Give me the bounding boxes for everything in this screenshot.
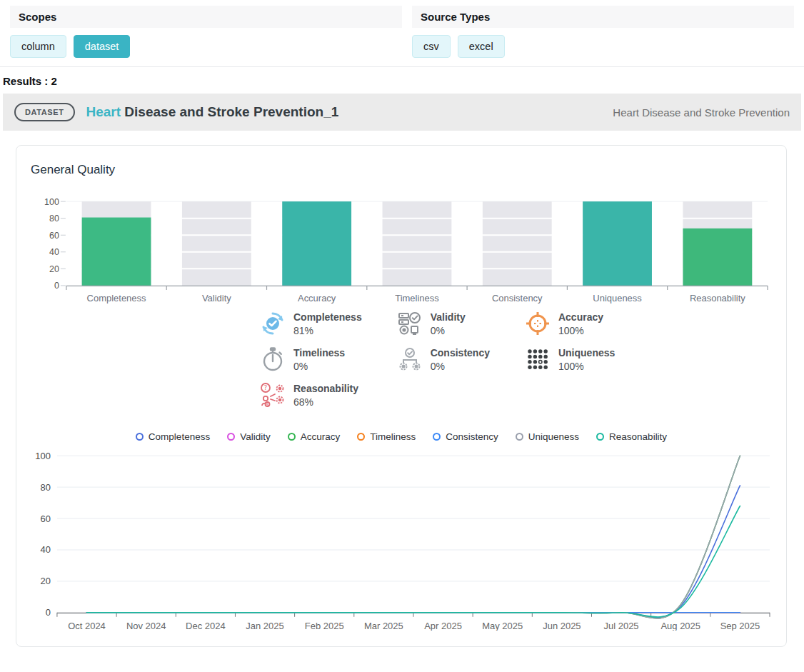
divider [0, 66, 804, 67]
line-legend-marker [288, 433, 296, 441]
line-legend-label: Consistency [446, 431, 498, 442]
svg-text:Nov 2024: Nov 2024 [126, 621, 166, 631]
svg-text:Validity: Validity [202, 293, 231, 304]
line-legend-label: Timeliness [370, 431, 416, 442]
line-legend-item[interactable]: Timeliness [357, 431, 416, 442]
line-legend: Completeness Validity Accuracy Timelines… [31, 431, 772, 442]
result-subtitle: Heart Disease and Stroke Prevention [613, 106, 790, 119]
completeness-icon [259, 310, 286, 337]
svg-text:20: 20 [49, 264, 59, 274]
svg-text:100: 100 [44, 197, 59, 207]
filter-bar: Scopes column dataset Source Types csv e… [0, 0, 804, 58]
quality-legend-item: Accuracy 100% [524, 310, 615, 337]
svg-text:May 2025: May 2025 [482, 621, 523, 631]
line-legend-item[interactable]: Uniqueness [516, 431, 579, 442]
scopes-section: Scopes column dataset [10, 6, 402, 58]
source-excel-button[interactable]: excel [458, 35, 505, 58]
svg-text:Jan 2025: Jan 2025 [246, 621, 283, 631]
svg-text:Reasonability: Reasonability [690, 293, 745, 304]
line-legend-item[interactable]: Reasonability [596, 431, 667, 442]
svg-text:Jun 2025: Jun 2025 [543, 621, 581, 631]
svg-text:Dec 2024: Dec 2024 [186, 621, 226, 631]
line-legend-label: Accuracy [301, 431, 341, 442]
svg-text:Mar 2025: Mar 2025 [364, 621, 403, 631]
svg-text:Consistency: Consistency [492, 293, 543, 304]
svg-text:80: 80 [49, 214, 59, 224]
quality-legend-item: Validity 0% [396, 310, 490, 337]
svg-text:?: ? [264, 384, 268, 391]
svg-text:Sep 2025: Sep 2025 [720, 621, 760, 631]
svg-text:Jul 2025: Jul 2025 [604, 621, 639, 631]
result-title-highlight: Heart [86, 104, 121, 119]
quality-legend-label: Validity [431, 311, 466, 323]
svg-text:Feb 2025: Feb 2025 [305, 621, 344, 631]
dataset-badge: DATASET [14, 103, 75, 121]
line-legend-marker [227, 433, 235, 441]
scope-column-button[interactable]: column [10, 35, 66, 58]
bar-chart: 020406080100CompletenessValidityAccuracy… [31, 196, 772, 304]
line-legend-item[interactable]: Accuracy [288, 431, 341, 442]
svg-text:Apr 2025: Apr 2025 [424, 621, 462, 631]
result-title-rest: Disease and Stroke Prevention_1 [121, 104, 338, 119]
svg-text:60: 60 [41, 513, 51, 524]
quality-legend-label: Consistency [431, 347, 490, 358]
quality-legend-item: Timeliness 0% [259, 346, 362, 373]
line-legend-marker [516, 433, 523, 441]
line-legend-label: Reasonability [609, 431, 667, 442]
line-legend-marker [136, 433, 144, 441]
quality-legend-item: Uniqueness 100% [524, 346, 615, 373]
svg-text:$: $ [266, 402, 268, 408]
svg-text:100: 100 [35, 451, 51, 461]
quality-legend-value: 81% [293, 325, 362, 336]
svg-text:0: 0 [54, 281, 59, 291]
validity-icon [396, 310, 423, 337]
svg-text:40: 40 [41, 544, 51, 555]
svg-text:Accuracy: Accuracy [298, 293, 336, 304]
source-types-title: Source Types [412, 6, 794, 28]
line-legend-item[interactable]: Validity [227, 431, 271, 442]
result-card[interactable]: DATASET Heart Disease and Stroke Prevent… [3, 94, 801, 131]
panel-title: General Quality [31, 163, 772, 177]
source-csv-button[interactable]: csv [412, 35, 451, 58]
panel-wrap: General Quality 020406080100Completeness… [0, 131, 804, 647]
quality-legend-label: Completeness [293, 311, 362, 323]
svg-text:0: 0 [46, 607, 51, 618]
accuracy-icon [524, 310, 551, 337]
scopes-title: Scopes [10, 6, 402, 28]
reasonability-icon: ? $ [259, 381, 286, 408]
timeliness-icon [259, 346, 286, 373]
quality-legend-value: 68% [293, 396, 358, 408]
quality-legend-label: Accuracy [558, 311, 603, 323]
quality-legend-label: Timeliness [293, 347, 345, 358]
line-legend-item[interactable]: Completeness [136, 431, 210, 442]
quality-legend-item: Completeness 81% [259, 310, 362, 337]
line-legend-label: Uniqueness [528, 431, 579, 442]
quality-legend-value: 100% [558, 361, 615, 372]
quality-legend-value: 0% [293, 361, 345, 372]
uniqueness-icon [524, 346, 551, 373]
general-quality-panel: General Quality 020406080100Completeness… [16, 145, 787, 647]
line-legend-marker [357, 433, 365, 441]
quality-legend-label: Uniqueness [558, 347, 615, 358]
svg-text:Aug 2025: Aug 2025 [660, 621, 700, 631]
line-legend-label: Validity [240, 431, 271, 442]
line-legend-marker [433, 433, 441, 441]
consistency-icon [396, 346, 423, 373]
result-title: Heart Disease and Stroke Prevention_1 [86, 104, 339, 120]
quality-legend-item: ? $ Reasonability 68% [259, 381, 362, 408]
line-legend-label: Completeness [149, 431, 210, 442]
scope-dataset-button[interactable]: dataset [74, 35, 131, 58]
quality-legend-value: 0% [431, 325, 466, 336]
results-count: Results : 2 [3, 75, 804, 87]
svg-text:Oct 2024: Oct 2024 [68, 621, 106, 631]
quality-legend: Completeness 81% [259, 310, 615, 408]
svg-text:40: 40 [49, 247, 59, 257]
line-legend-item[interactable]: Consistency [433, 431, 498, 442]
svg-text:Uniqueness: Uniqueness [593, 293, 642, 304]
quality-legend-value: 100% [558, 325, 603, 336]
svg-text:60: 60 [49, 231, 59, 241]
svg-text:80: 80 [41, 482, 51, 493]
svg-text:Timeliness: Timeliness [395, 293, 439, 304]
source-types-section: Source Types csv excel [412, 6, 794, 58]
svg-text:20: 20 [41, 576, 51, 586]
